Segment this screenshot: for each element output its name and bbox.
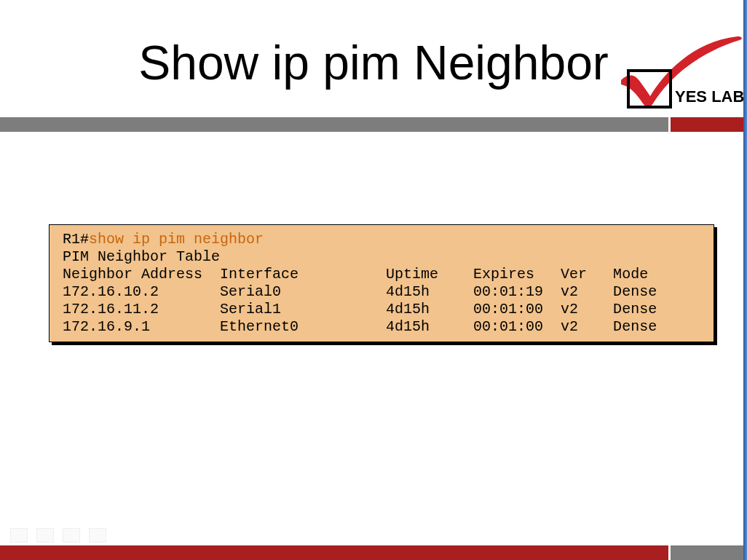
terminal-command: show ip pim neighbor <box>89 231 264 248</box>
terminal-heading: PIM Neighbor Table <box>63 248 700 266</box>
table-row: 172.16.9.1 Ethernet0 4d15h 00:01:00 v2 D… <box>63 318 700 336</box>
top-bar-red <box>671 117 743 132</box>
bottom-divider <box>0 544 747 560</box>
table-row: 172.16.11.2 Serial1 4d15h 00:01:00 v2 De… <box>63 301 700 318</box>
logo-svg: YES LAB <box>605 31 743 111</box>
pen-tool-icon[interactable] <box>36 528 54 543</box>
terminal-rows: 172.16.10.2 Serial0 4d15h 00:01:19 v2 De… <box>63 283 700 336</box>
next-slide-icon[interactable] <box>89 528 106 543</box>
terminal-output: R1#show ip pim neighbor PIM Neighbor Tab… <box>49 224 714 342</box>
bottom-bar-red <box>0 545 668 560</box>
top-divider <box>0 117 747 133</box>
terminal-prompt: R1# <box>63 231 89 248</box>
bottom-bar-gray <box>671 545 743 560</box>
terminal-columns: Neighbor Address Interface Uptime Expire… <box>63 266 700 283</box>
top-bar-gray <box>0 117 668 132</box>
logo-text: YES LAB <box>675 87 743 106</box>
yeslab-logo: YES LAB <box>605 31 743 111</box>
table-row: 172.16.10.2 Serial0 4d15h 00:01:19 v2 De… <box>63 283 700 301</box>
presentation-controls[interactable] <box>10 528 106 543</box>
menu-icon[interactable] <box>63 528 80 543</box>
terminal-command-line: R1#show ip pim neighbor <box>63 231 700 248</box>
window-right-edge <box>743 0 747 560</box>
prev-slide-icon[interactable] <box>10 528 28 543</box>
